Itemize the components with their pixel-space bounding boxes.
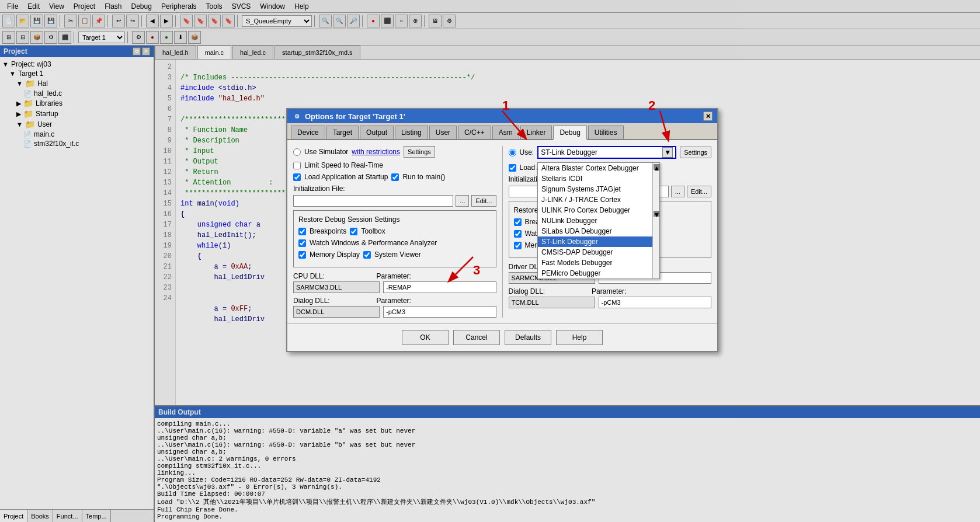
ok-btn[interactable]: OK: [402, 330, 449, 345]
dropdown-item-silabs[interactable]: SiLabs UDA Debugger: [538, 226, 659, 236]
right-browse-btn[interactable]: ...: [671, 186, 684, 197]
dropdown-item-signum[interactable]: Signum Systems JTAGjet: [538, 184, 659, 194]
init-file-label: Initialization File:: [293, 185, 496, 193]
run-to-main-check[interactable]: [391, 173, 399, 181]
breakpoints-check[interactable]: [298, 228, 306, 235]
dialog-tab-user[interactable]: User: [429, 126, 457, 139]
dialog-tab-device[interactable]: Device: [291, 126, 325, 139]
right-memory-check[interactable]: [514, 242, 522, 249]
load-startup-check[interactable]: [293, 173, 301, 181]
init-browse-btn[interactable]: ...: [456, 195, 469, 207]
dropdown-item-fastmodels[interactable]: Fast Models Debugger: [538, 257, 659, 268]
restrictions-link[interactable]: with restrictions: [352, 148, 400, 156]
dialog-tab-linker[interactable]: Linker: [520, 126, 552, 139]
watch-windows-check-row: Watch Windows & Performance Analyzer: [298, 239, 491, 247]
dropdown-item-stlink[interactable]: ST-Link Debugger: [538, 236, 659, 247]
dialog-title-text: Options for Target 'Target 1': [305, 112, 405, 121]
dll-left-section: CPU DLL: Parameter: Dialog DLL: Paramete…: [293, 272, 496, 318]
dialog-dll-input[interactable]: [293, 306, 380, 318]
dropdown-item-cmsis[interactable]: CMSIS-DAP Debugger: [538, 247, 659, 257]
dropdown-item-stellaris[interactable]: Stellaris ICDI: [538, 173, 659, 184]
dialog-param-input[interactable]: [383, 306, 496, 318]
cpu-param-label: Parameter:: [377, 272, 496, 280]
memory-display-check-row: Memory Display System Viewer: [298, 250, 491, 259]
simulator-radio-row: Use Simulator with restrictions Settings: [293, 146, 496, 158]
dialog-buttons: OK Cancel Defaults Help: [287, 323, 717, 351]
dialog-overlay: ⚙ Options for Target 'Target 1' ✕ Device…: [0, 0, 980, 522]
defaults-btn[interactable]: Defaults: [505, 330, 551, 345]
limit-speed-row: Limit Speed to Real-Time: [293, 161, 496, 169]
restore-group: Restore Debug Session Settings Breakpoin…: [293, 210, 496, 267]
cpu-param-input[interactable]: [383, 281, 496, 293]
load-startup-label: Load Application at Startup: [304, 173, 388, 181]
right-watch-check[interactable]: [514, 230, 522, 238]
memory-display-check[interactable]: [298, 251, 306, 259]
dialog-logo-icon: ⚙: [292, 112, 301, 121]
dialog-tab-asm[interactable]: Asm: [492, 126, 519, 139]
dialog-tab-cpp[interactable]: C/C++: [458, 126, 491, 139]
memory-display-label: Memory Display: [310, 250, 360, 259]
dropdown-item-ulink[interactable]: ULINK Pro Cortex Debugger: [538, 205, 659, 215]
dialog-title-content: ⚙ Options for Target 'Target 1': [292, 112, 405, 121]
help-btn[interactable]: Help: [556, 330, 603, 345]
init-edit-btn[interactable]: Edit...: [471, 195, 496, 207]
scroll-down-btn[interactable]: ▼: [654, 211, 659, 217]
dialog-close-btn[interactable]: ✕: [703, 112, 713, 121]
dropdown-item-nulink[interactable]: NULink Debugger: [538, 215, 659, 226]
limit-speed-check[interactable]: [293, 162, 301, 169]
dropdown-item-jlink[interactable]: J-LINK / J-TRACE Cortex: [538, 194, 659, 205]
restore-group-label: Restore Debug Session Settings: [298, 215, 491, 224]
dropdown-item-pemicro[interactable]: PEMicro Debugger: [538, 268, 659, 279]
system-viewer-label: System Viewer: [374, 250, 421, 259]
dialog-tab-listing[interactable]: Listing: [395, 126, 428, 139]
dialog-title-bar: ⚙ Options for Target 'Target 1' ✕: [287, 109, 717, 123]
right-edit-btn[interactable]: Edit...: [687, 186, 711, 197]
watch-windows-label: Watch Windows & Performance Analyzer: [310, 239, 437, 247]
use-label: Use:: [520, 148, 534, 156]
init-file-input[interactable]: [293, 195, 453, 207]
dropdown-item-altera[interactable]: Altera Blaster Cortex Debugger: [538, 163, 659, 173]
toolbox-label: Toolbox: [361, 227, 385, 235]
dialog-tab-bar: Device Target Output Listing User C/C++ …: [287, 123, 717, 140]
right-dialog-dll-labels: Dialog DLL: Parameter:: [509, 287, 712, 295]
right-dialog-param-label: Parameter:: [592, 287, 711, 295]
dialog-dll-label: Dialog DLL:: [293, 297, 373, 305]
use-row: Use: ST-Link Debugger ▼ Settings: [509, 146, 712, 159]
simulator-radio[interactable]: [293, 148, 301, 156]
debugger-dropdown-list: ▲ ▼ Altera Blaster Cortex Debugger Stell…: [537, 162, 660, 279]
use-radio[interactable]: [509, 149, 516, 156]
debugger-combo[interactable]: ST-Link Debugger ▼: [537, 146, 676, 159]
dropdown-scrollbar[interactable]: ▲ ▼: [652, 163, 659, 279]
system-viewer-check[interactable]: [363, 251, 371, 259]
breakpoints-label: Breakpoints: [310, 227, 346, 235]
dialog-tab-output[interactable]: Output: [360, 126, 394, 139]
right-dialog-param-input[interactable]: [599, 297, 712, 308]
watch-windows-check[interactable]: [298, 239, 306, 247]
debugger-combo-value: ST-Link Debugger: [541, 148, 597, 156]
limit-speed-label: Limit Speed to Real-Time: [304, 161, 383, 169]
scroll-up-btn[interactable]: ▲: [654, 164, 659, 170]
dialog-dll-row: [293, 306, 496, 318]
right-breakpoints-check[interactable]: [514, 218, 522, 226]
dialog-tab-target[interactable]: Target: [326, 126, 359, 139]
run-to-main-label: Run to main(): [402, 173, 445, 181]
toolbox-check[interactable]: [350, 228, 357, 235]
debugger-combo-arrow-icon[interactable]: ▼: [662, 147, 673, 158]
simulator-label: Use Simulator: [304, 148, 348, 156]
dialog-left-col: Use Simulator with restrictions Settings…: [293, 146, 496, 318]
right-load-startup-check[interactable]: [509, 164, 516, 172]
dialog-tab-utilities[interactable]: Utilities: [588, 126, 624, 139]
right-dialog-dll-input[interactable]: [509, 297, 595, 308]
dialog-dll-labels: Dialog DLL: Parameter:: [293, 297, 496, 305]
simulator-settings-btn[interactable]: Settings: [404, 146, 435, 158]
cancel-btn[interactable]: Cancel: [453, 330, 500, 345]
cpu-dll-label: CPU DLL:: [293, 272, 373, 280]
init-file-row: ... Edit...: [293, 195, 496, 207]
dialog-tab-debug[interactable]: Debug: [553, 126, 586, 140]
cpu-dll-labels: CPU DLL: Parameter:: [293, 272, 496, 280]
load-startup-row: Load Application at Startup Run to main(…: [293, 173, 496, 181]
right-dialog-dll-label: Dialog DLL:: [509, 287, 589, 295]
dialog-param-label: Parameter:: [377, 297, 496, 305]
use-settings-btn[interactable]: Settings: [680, 147, 711, 158]
cpu-dll-input[interactable]: [293, 281, 380, 293]
